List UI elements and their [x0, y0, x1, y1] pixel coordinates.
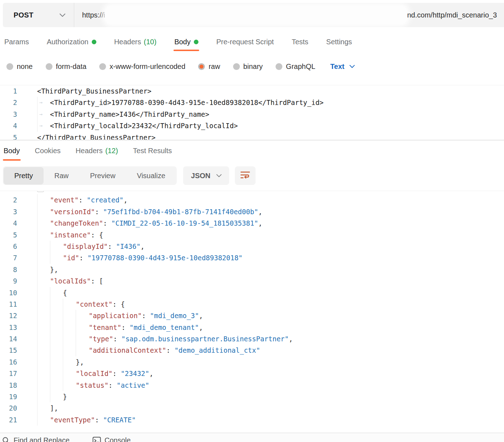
response-tab-headers[interactable]: Headers (12)	[75, 145, 119, 161]
indent-guide	[63, 356, 76, 368]
request-body-editor[interactable]: 1<ThirdParty_BusinessPartner>2→<ThirdPar…	[0, 85, 504, 140]
body-type-option-form-data[interactable]: form-data	[46, 62, 87, 71]
find-and-replace-button[interactable]: Find and Replace	[2, 436, 70, 442]
code-text: "tenant": "mdi_demo_tenant",	[37, 322, 203, 333]
tab-pre-request-script[interactable]: Pre-request Script	[216, 36, 274, 51]
raw-format-label: Text	[330, 62, 344, 71]
response-body-editor[interactable]: 1{2"event": "created",3"versionId": "75e…	[0, 191, 504, 432]
tab-label: Authorization	[47, 38, 89, 46]
indent-guide	[76, 345, 89, 356]
code-token: ,	[124, 194, 127, 206]
indent-guide	[37, 380, 50, 391]
code-text: "localIds": [	[37, 275, 103, 287]
body-type-option-none[interactable]: none	[6, 62, 33, 71]
indent-guide	[50, 241, 63, 252]
indent-guide	[50, 368, 63, 379]
line-number: 5	[0, 132, 23, 140]
indent-guide	[50, 391, 63, 402]
console-button[interactable]: Console	[92, 436, 131, 442]
chevron-down-icon	[60, 14, 65, 17]
tab-settings[interactable]: Settings	[326, 36, 353, 51]
code-line: 5"instance": {	[0, 229, 504, 241]
code-token: "mdi_demo_tenant"	[130, 322, 199, 333]
indent-guide	[37, 275, 50, 287]
code-line: 11"context": {	[0, 298, 504, 310]
response-tab-cookies[interactable]: Cookies	[34, 145, 61, 161]
tab-authorization[interactable]: Authorization	[46, 36, 97, 51]
indent-guide	[50, 298, 63, 310]
code-token: :	[108, 241, 116, 252]
code-token: "tenant"	[89, 322, 121, 333]
line-number: 1	[0, 85, 23, 97]
body-type-option-raw[interactable]: raw	[198, 62, 220, 71]
code-token: : [	[91, 275, 103, 287]
code-token: "active"	[117, 380, 150, 391]
raw-format-selector[interactable]: Text	[330, 62, 354, 71]
line-number: 11	[0, 298, 23, 310]
code-line: 10{	[0, 287, 504, 298]
code-token: "CIMDI_22-05-16-10-19-54_1815035381"	[111, 217, 258, 229]
indent-guide	[37, 402, 50, 414]
view-mode-pretty[interactable]: Pretty	[4, 167, 44, 185]
code-token: :	[142, 310, 150, 321]
url-input[interactable]: https://i nd.com/http/mdi_scenario_3	[74, 3, 504, 27]
code-token: <ThirdParty_id>19770788-0390-4d43-915e-1…	[50, 97, 323, 108]
line-number: 21	[0, 414, 23, 426]
code-line: 1<ThirdParty_BusinessPartner>	[0, 85, 504, 97]
code-text: {	[37, 191, 44, 194]
code-text: "status": "active"	[37, 380, 149, 391]
code-token: "23432"	[121, 368, 149, 379]
tab-params[interactable]: Params	[4, 36, 30, 51]
tab-label: Tests	[292, 38, 308, 46]
body-type-option-binary[interactable]: binary	[233, 62, 263, 71]
code-token: {	[63, 287, 67, 298]
response-format-selector[interactable]: JSON	[183, 166, 229, 185]
tab-body[interactable]: Body	[173, 36, 199, 51]
code-line: 20],	[0, 402, 504, 414]
response-tab-body[interactable]: Body	[3, 145, 21, 161]
code-token: "localIds"	[50, 275, 91, 287]
code-line: 18"status": "active"	[0, 380, 504, 391]
code-line: 19}	[0, 391, 504, 402]
tab-label: Test Results	[133, 147, 172, 155]
response-tab-test-results[interactable]: Test Results	[132, 145, 173, 161]
code-text: "application": "mdi_demo_3",	[37, 310, 203, 321]
method-selector[interactable]: POST	[3, 3, 74, 27]
radio-label: form-data	[56, 62, 87, 71]
method-label: POST	[14, 11, 34, 19]
tab-count-badge: (12)	[103, 147, 118, 155]
word-wrap-button[interactable]	[235, 166, 256, 185]
body-type-option-x-www-form-urlencoded[interactable]: x-www-form-urlencoded	[99, 62, 185, 71]
code-text: "instance": {	[37, 229, 103, 241]
code-text: →<ThirdParty_name>I436</ThirdParty_name>	[37, 109, 209, 120]
radio-label: raw	[208, 62, 220, 71]
line-number: 19	[0, 391, 23, 402]
code-token: :	[103, 217, 111, 229]
indent-guide	[37, 322, 50, 333]
tab-tests[interactable]: Tests	[291, 36, 309, 51]
tab-headers[interactable]: Headers (10)	[114, 36, 157, 51]
line-number: 8	[0, 264, 23, 275]
code-text: "displayId": "I436",	[37, 241, 145, 252]
code-line: 4→<ThirdParty_localId>23432</ThirdParty_…	[0, 120, 504, 131]
code-line: 2→<ThirdParty_id>19770788-0390-4d43-915e…	[0, 97, 504, 108]
view-mode-preview[interactable]: Preview	[79, 167, 126, 185]
view-mode-visualize[interactable]: Visualize	[126, 167, 176, 185]
line-number: 3	[0, 109, 23, 120]
code-line: 7"id": "19770788-0390-4d43-915e-10ed8938…	[0, 252, 504, 263]
view-mode-raw[interactable]: Raw	[44, 167, 79, 185]
chevron-down-icon	[216, 174, 221, 177]
code-text: "versionId": "75ef1fbd-b704-49b1-87fb-71…	[37, 206, 262, 217]
fold-marker-icon[interactable]: {	[37, 191, 44, 192]
indent-guide	[37, 414, 50, 426]
code-token: :	[79, 252, 87, 263]
indent-guide	[76, 310, 89, 321]
console-icon	[92, 437, 101, 442]
line-number: 7	[0, 252, 23, 263]
body-type-option-graphql[interactable]: GraphQL	[276, 62, 315, 71]
code-text: →<ThirdParty_localId>23432</ThirdParty_l…	[37, 120, 238, 131]
tab-label: Params	[4, 38, 29, 46]
response-view-modes: PrettyRawPreviewVisualize	[3, 166, 177, 185]
code-token: <ThirdParty_localId>23432</ThirdParty_lo…	[50, 120, 238, 131]
code-line: 14"type": "sap.odm.businesspartner.Busin…	[0, 333, 504, 345]
